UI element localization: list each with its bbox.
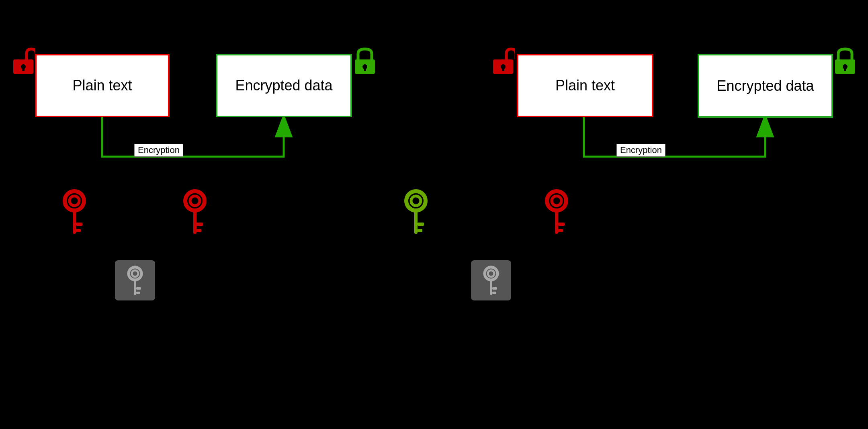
encrypted-data-box-left: Encrypted data — [216, 54, 352, 117]
svg-rect-41 — [492, 287, 497, 290]
encrypted-data-label-right: Encrypted data — [717, 78, 814, 94]
red-open-lock-right — [491, 47, 515, 76]
key1-left — [58, 189, 90, 239]
svg-rect-30 — [414, 210, 418, 234]
svg-rect-31 — [418, 223, 424, 226]
svg-point-29 — [411, 196, 421, 206]
svg-point-33 — [547, 191, 566, 210]
red-open-lock-left — [11, 47, 35, 76]
plain-text-box-left: Plain text — [35, 54, 170, 117]
svg-point-17 — [129, 267, 141, 280]
svg-point-34 — [552, 196, 561, 206]
plain-text-label-right: Plain text — [555, 77, 615, 94]
green-closed-lock-right — [833, 47, 857, 76]
svg-rect-15 — [197, 223, 203, 226]
svg-rect-24 — [502, 67, 504, 71]
encrypted-data-label-left: Encrypted data — [235, 77, 332, 94]
svg-rect-19 — [134, 280, 136, 295]
svg-rect-20 — [136, 287, 141, 290]
svg-point-12 — [185, 191, 205, 210]
svg-rect-37 — [558, 229, 563, 232]
plain-text-label-left: Plain text — [72, 77, 132, 94]
svg-point-38 — [485, 267, 497, 280]
svg-rect-3 — [22, 67, 25, 71]
svg-point-8 — [70, 196, 79, 206]
svg-rect-9 — [73, 210, 76, 234]
key-box-right — [471, 260, 511, 300]
svg-point-39 — [488, 270, 494, 277]
key-box-left — [115, 260, 155, 300]
svg-rect-32 — [418, 229, 422, 232]
svg-rect-42 — [492, 292, 496, 294]
encryption-label-left: Encryption — [134, 144, 183, 157]
key2-left — [179, 189, 211, 239]
encryption-label-right: Encryption — [616, 144, 665, 157]
svg-point-13 — [190, 196, 200, 206]
svg-rect-21 — [136, 292, 140, 294]
plain-text-box-right: Plain text — [517, 54, 653, 117]
svg-rect-11 — [76, 229, 81, 232]
green-closed-lock-left — [353, 47, 377, 76]
svg-rect-40 — [490, 280, 492, 295]
encrypted-data-box-right: Encrypted data — [698, 54, 833, 118]
svg-point-28 — [406, 191, 426, 210]
svg-rect-14 — [193, 210, 197, 234]
svg-rect-10 — [76, 223, 82, 226]
key2-right — [540, 189, 573, 239]
svg-rect-36 — [558, 223, 565, 226]
svg-point-7 — [65, 191, 84, 210]
svg-rect-35 — [555, 210, 558, 234]
svg-rect-6 — [364, 67, 366, 71]
svg-point-18 — [132, 270, 138, 277]
svg-rect-27 — [844, 67, 846, 71]
key1-right — [400, 189, 432, 239]
svg-rect-16 — [197, 229, 201, 232]
